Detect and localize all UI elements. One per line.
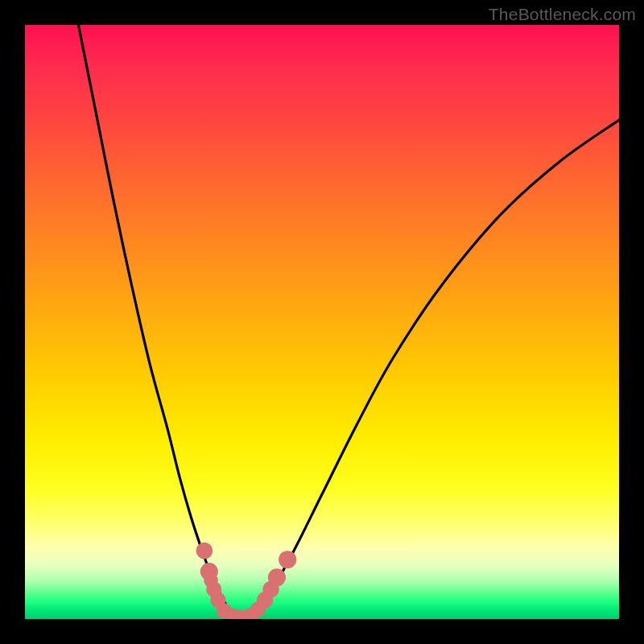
chart-container: TheBottleneck.com xyxy=(0,0,644,644)
curve-marker xyxy=(206,582,221,597)
curve-marker xyxy=(200,563,218,580)
curve-marker xyxy=(262,581,279,598)
curve-marker xyxy=(225,609,241,619)
curve-marker xyxy=(257,592,274,609)
bottleneck-curve xyxy=(78,25,619,617)
curve-marker xyxy=(204,573,218,588)
curve-marker xyxy=(234,609,250,619)
watermark-text: TheBottleneck.com xyxy=(489,5,636,24)
chart-svg xyxy=(25,25,619,619)
curve-marker xyxy=(250,602,266,617)
curve-marker xyxy=(243,608,258,619)
curve-marker xyxy=(268,568,286,586)
curve-marker xyxy=(210,592,225,608)
plot-area xyxy=(25,25,619,619)
curve-marker xyxy=(217,603,232,618)
curve-marker xyxy=(196,543,213,559)
curve-marker xyxy=(279,551,296,568)
curve-markers xyxy=(196,543,297,619)
